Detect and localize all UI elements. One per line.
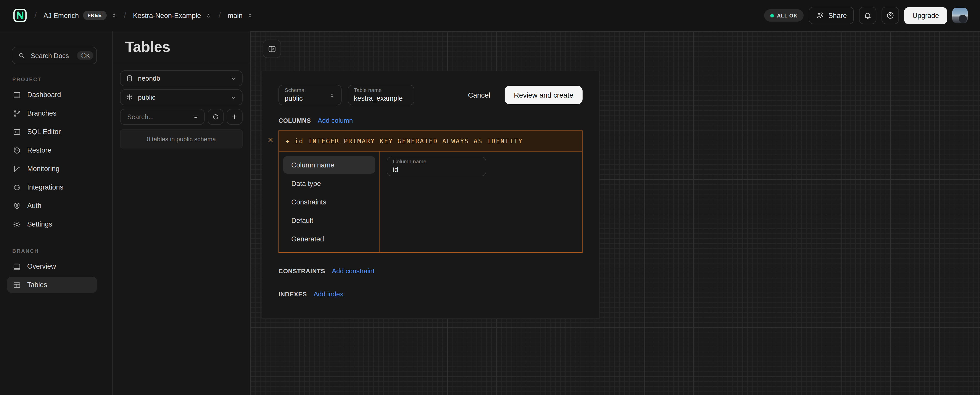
select-updown-icon — [329, 92, 336, 98]
sidebar-item-monitoring[interactable]: Monitoring — [7, 161, 97, 177]
tab-default[interactable]: Default — [283, 212, 375, 229]
table-name-field[interactable]: Table name kestra_example — [348, 85, 414, 105]
chevron-down-icon — [230, 94, 237, 101]
cancel-button[interactable]: Cancel — [468, 91, 490, 99]
column-sql-text: + id INTEGER PRIMARY KEY GENERATED ALWAY… — [286, 137, 523, 145]
content-row: Search Docs ⌘K PROJECT Dashboard Branche… — [0, 31, 980, 395]
tables-search-input[interactable] — [126, 112, 192, 121]
sidebar-item-label: Restore — [27, 146, 51, 154]
search-docs-button[interactable]: Search Docs ⌘K — [12, 47, 97, 64]
breadcrumb-separator: / — [218, 10, 221, 21]
upgrade-button[interactable]: Upgrade — [904, 7, 947, 24]
plan-badge: FREE — [83, 11, 107, 20]
branch-switcher[interactable]: main — [228, 11, 254, 19]
spacer — [0, 235, 112, 248]
columns-section-header: COLUMNS Add column — [278, 117, 582, 124]
tab-data-type[interactable]: Data type — [283, 174, 375, 192]
search-shortcut: ⌘K — [78, 51, 93, 60]
branch-section-label: BRANCH — [0, 248, 112, 258]
database-value: neondb — [138, 75, 160, 82]
sidebar-item-settings[interactable]: Settings — [7, 216, 97, 232]
schema-field-label: Schema — [285, 87, 326, 94]
share-label: Share — [828, 11, 847, 19]
sidebar-item-label: Auth — [27, 202, 41, 209]
history-icon — [13, 146, 21, 154]
filter-icon[interactable] — [192, 113, 199, 121]
column-sql-row[interactable]: + id INTEGER PRIMARY KEY GENERATED ALWAY… — [279, 131, 582, 152]
sidebar-item-auth[interactable]: Auth — [7, 198, 97, 214]
schema-select[interactable]: public — [120, 90, 243, 105]
sidebar-item-restore[interactable]: Restore — [7, 142, 97, 158]
tables-panel-body: neondb public — [113, 63, 250, 156]
column-name-field[interactable]: Column name — [387, 157, 486, 176]
sidebar-item-integrations[interactable]: Integrations — [7, 179, 97, 195]
add-table-button[interactable] — [227, 109, 243, 125]
org-name: AJ Emerich — [43, 11, 79, 19]
status-badge[interactable]: ALL OK — [764, 9, 803, 22]
indexes-section-header: INDEXES Add index — [278, 290, 582, 298]
tables-toolbar — [120, 109, 243, 125]
sidebar-item-tables[interactable]: Tables — [7, 277, 97, 293]
integrations-icon — [13, 183, 21, 191]
sidebar-item-label: Tables — [27, 281, 47, 289]
sidebar-item-overview[interactable]: Overview — [7, 258, 97, 274]
tab-column-name[interactable]: Column name — [283, 156, 375, 174]
sidebar-item-label: Settings — [27, 221, 52, 228]
collapse-panel-icon — [267, 45, 276, 53]
search-icon — [18, 52, 25, 59]
sidebar-item-branches[interactable]: Branches — [7, 105, 97, 121]
tab-generated[interactable]: Generated — [283, 230, 375, 248]
branch-name: main — [228, 11, 243, 19]
select-updown-icon — [110, 12, 117, 19]
schema-field-value: public — [285, 94, 326, 103]
terminal-icon — [13, 128, 21, 136]
remove-column-button[interactable] — [266, 135, 275, 144]
bell-icon — [864, 11, 872, 19]
schema-icon — [126, 93, 133, 101]
sidebar-item-label: Monitoring — [27, 165, 59, 173]
database-select[interactable]: neondb — [120, 70, 243, 86]
sidebar-item-sql-editor[interactable]: SQL Editor — [7, 124, 97, 140]
sidebar-item-label: SQL Editor — [27, 128, 61, 136]
chart-icon — [13, 165, 21, 173]
avatar[interactable] — [952, 8, 968, 23]
breadcrumb: / AJ Emerich FREE / Kestra-Neon-Example … — [12, 8, 253, 23]
notifications-button[interactable] — [859, 7, 877, 24]
add-index-link[interactable]: Add index — [313, 290, 343, 298]
sidebar-item-dashboard[interactable]: Dashboard — [7, 87, 97, 103]
close-icon — [266, 136, 274, 144]
breadcrumb-separator: / — [124, 10, 126, 21]
git-branch-icon — [13, 109, 21, 117]
column-editor-content: Column name — [380, 152, 582, 252]
project-switcher[interactable]: Kestra-Neon-Example — [133, 11, 212, 19]
empty-state: 0 tables in public schema — [120, 130, 243, 149]
add-constraint-link[interactable]: Add constraint — [332, 267, 374, 275]
database-icon — [126, 75, 133, 82]
app: / AJ Emerich FREE / Kestra-Neon-Example … — [0, 0, 980, 395]
collapse-panel-button[interactable] — [262, 40, 281, 58]
select-updown-icon — [247, 12, 253, 19]
select-updown-icon — [205, 12, 212, 19]
sidebar: Search Docs ⌘K PROJECT Dashboard Branche… — [0, 31, 113, 395]
add-column-link[interactable]: Add column — [318, 117, 353, 124]
share-button[interactable]: Share — [809, 7, 854, 24]
status-text: ALL OK — [777, 13, 797, 18]
schema-field[interactable]: Schema public — [278, 85, 342, 105]
tab-constraints[interactable]: Constraints — [283, 193, 375, 211]
help-button[interactable] — [881, 7, 899, 24]
window-icon — [13, 91, 21, 99]
neon-logo-icon[interactable] — [12, 8, 28, 23]
tables-search[interactable] — [120, 109, 205, 125]
indexes-label: INDEXES — [278, 291, 307, 297]
tables-panel: Tables neondb public — [113, 31, 250, 395]
users-icon — [816, 11, 824, 19]
column-editor: + id INTEGER PRIMARY KEY GENERATED ALWAY… — [278, 131, 582, 253]
gear-icon — [13, 220, 21, 228]
refresh-button[interactable] — [208, 109, 224, 125]
column-editor-tabs: Column name Data type Constraints Defaul… — [279, 152, 380, 252]
breadcrumb-separator: / — [34, 10, 37, 21]
table-icon — [13, 281, 21, 289]
column-name-input[interactable] — [393, 165, 480, 174]
review-and-create-button[interactable]: Review and create — [504, 86, 582, 104]
org-switcher[interactable]: AJ Emerich FREE — [43, 11, 117, 20]
